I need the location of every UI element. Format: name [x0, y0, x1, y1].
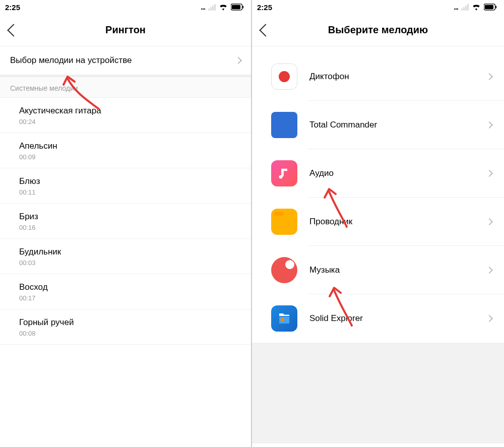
- chevron-right-icon: [235, 57, 242, 64]
- system-songs-list: Акустическая гитара 00:24 Апельсин 00:09…: [0, 98, 251, 345]
- total-commander-icon: [271, 112, 297, 138]
- app-row-solid-explorer[interactable]: Solid Explorer: [252, 294, 504, 343]
- svg-point-6: [281, 318, 285, 322]
- song-duration: 00:17: [19, 294, 241, 302]
- page-header: Рингтон: [0, 14, 251, 46]
- chevron-right-icon: [486, 121, 493, 129]
- page-title: Выберите мелодию: [252, 24, 504, 36]
- select-on-device-label: Выбор мелодии на устройстве: [10, 55, 236, 66]
- app-label: Проводник: [309, 217, 487, 227]
- wifi-icon: [219, 4, 228, 11]
- empty-area: [252, 343, 504, 443]
- song-title: Бриз: [19, 212, 241, 222]
- battery-icon: [484, 4, 497, 11]
- song-duration: 00:16: [19, 224, 241, 231]
- song-title: Горный ручей: [19, 317, 241, 328]
- chevron-right-icon: [486, 73, 493, 80]
- chevron-right-icon: [486, 218, 493, 225]
- app-label: Музыка: [309, 265, 487, 275]
- chevron-right-icon: [486, 315, 493, 322]
- chevron-right-icon: [486, 170, 493, 177]
- app-row-explorer[interactable]: Проводник: [252, 198, 504, 246]
- chevron-right-icon: [486, 267, 493, 274]
- svg-rect-4: [485, 5, 493, 10]
- music-icon: [271, 257, 297, 283]
- song-title: Блюз: [19, 176, 241, 186]
- song-title: Апельсин: [19, 141, 241, 151]
- app-label: Аудио: [309, 168, 487, 178]
- svg-rect-2: [242, 6, 243, 8]
- signal-icon: [461, 4, 469, 11]
- recorder-icon: [271, 63, 297, 90]
- network-dots-icon: ...: [454, 3, 458, 11]
- song-row[interactable]: Восход 00:17: [0, 274, 251, 309]
- solid-explorer-icon: [271, 305, 297, 332]
- phone-screen-ringtone: 2:25 ... Рингтон Выбор мелодии на устрой…: [0, 0, 252, 447]
- battery-icon: [231, 4, 244, 11]
- status-time: 2:25: [5, 3, 20, 12]
- app-label: Total Commander: [309, 120, 487, 130]
- song-title: Акустическая гитара: [19, 106, 241, 116]
- song-row[interactable]: Будильник 00:03: [0, 239, 251, 274]
- song-row[interactable]: Горный ручей 00:08: [0, 309, 251, 345]
- song-duration: 00:08: [19, 330, 241, 337]
- app-label: Диктофон: [309, 72, 487, 82]
- app-row-recorder[interactable]: Диктофон: [252, 52, 504, 101]
- song-title: Восход: [19, 282, 241, 292]
- song-row[interactable]: Блюз 00:11: [0, 168, 251, 204]
- signal-icon: [208, 4, 216, 11]
- app-row-total-commander[interactable]: Total Commander: [252, 101, 504, 149]
- page-title: Рингтон: [0, 24, 251, 36]
- phone-screen-choose-melody: 2:25 ... Выберите мелодию Диктофон: [252, 0, 504, 447]
- status-icons: ...: [201, 3, 244, 11]
- song-duration: 00:03: [19, 259, 241, 267]
- song-duration: 00:09: [19, 153, 241, 161]
- app-chooser-list: Диктофон Total Commander Аудио Проводник: [252, 52, 504, 343]
- app-label: Solid Explorer: [309, 313, 487, 324]
- audio-icon: [271, 160, 297, 186]
- network-dots-icon: ...: [201, 3, 205, 11]
- song-row[interactable]: Апельсин 00:09: [0, 133, 251, 168]
- status-bar: 2:25 ...: [0, 0, 251, 14]
- status-icons: ...: [454, 3, 497, 11]
- file-explorer-icon: [271, 209, 297, 235]
- song-title: Будильник: [19, 247, 241, 257]
- app-row-audio[interactable]: Аудио: [252, 149, 504, 198]
- svg-rect-1: [232, 5, 240, 10]
- song-duration: 00:24: [19, 118, 241, 125]
- wifi-icon: [472, 4, 481, 11]
- page-header: Выберите мелодию: [252, 14, 504, 46]
- app-row-music[interactable]: Музыка: [252, 246, 504, 294]
- section-header-system-melodies: Системные мелодии: [0, 75, 251, 98]
- status-time: 2:25: [257, 3, 272, 12]
- status-bar: 2:25 ...: [252, 0, 504, 14]
- song-duration: 00:11: [19, 188, 241, 196]
- song-row[interactable]: Акустическая гитара 00:24: [0, 98, 251, 133]
- svg-rect-5: [495, 6, 496, 8]
- select-on-device-row[interactable]: Выбор мелодии на устройстве: [0, 46, 251, 75]
- song-row[interactable]: Бриз 00:16: [0, 204, 251, 239]
